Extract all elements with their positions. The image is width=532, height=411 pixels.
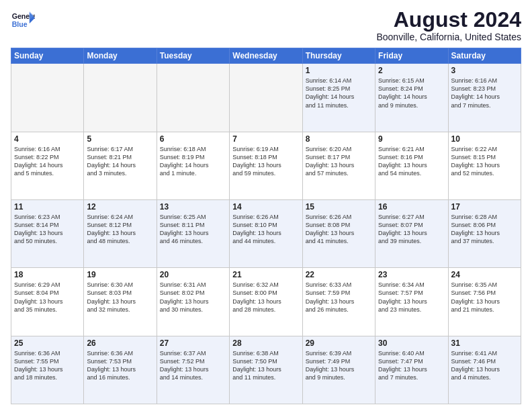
- day-info: Sunrise: 6:14 AM Sunset: 8:25 PM Dayligh…: [306, 77, 372, 109]
- day-info: Sunrise: 6:17 AM Sunset: 8:21 PM Dayligh…: [87, 145, 153, 178]
- calendar-cell: 25Sunrise: 6:36 AM Sunset: 7:55 PM Dayli…: [11, 336, 84, 404]
- day-number: 10: [451, 134, 518, 144]
- day-number: 13: [160, 202, 226, 212]
- day-number: 4: [14, 134, 81, 144]
- day-number: 18: [14, 270, 81, 279]
- col-friday: Friday: [375, 48, 448, 64]
- calendar-week-5: 25Sunrise: 6:36 AM Sunset: 7:55 PM Dayli…: [11, 336, 521, 404]
- day-number: 27: [160, 338, 226, 348]
- day-number: 25: [14, 338, 81, 348]
- calendar-cell: 7Sunrise: 6:19 AM Sunset: 8:18 PM Daylig…: [230, 132, 302, 199]
- day-number: 3: [451, 66, 518, 75]
- day-number: 15: [306, 202, 372, 212]
- day-info: Sunrise: 6:15 AM Sunset: 8:24 PM Dayligh…: [378, 77, 445, 109]
- day-info: Sunrise: 6:37 AM Sunset: 7:52 PM Dayligh…: [160, 349, 226, 382]
- day-info: Sunrise: 6:35 AM Sunset: 7:56 PM Dayligh…: [451, 281, 518, 314]
- day-info: Sunrise: 6:25 AM Sunset: 8:11 PM Dayligh…: [160, 213, 226, 246]
- calendar-cell: 2Sunrise: 6:15 AM Sunset: 8:24 PM Daylig…: [375, 64, 448, 132]
- day-number: 19: [87, 270, 153, 279]
- col-saturday: Saturday: [448, 48, 521, 64]
- day-info: Sunrise: 6:38 AM Sunset: 7:50 PM Dayligh…: [232, 349, 299, 382]
- day-number: 8: [306, 134, 372, 144]
- calendar-title: August 2024: [376, 8, 521, 32]
- calendar-cell: [11, 64, 84, 132]
- day-info: Sunrise: 6:24 AM Sunset: 8:12 PM Dayligh…: [87, 213, 153, 246]
- day-info: Sunrise: 6:33 AM Sunset: 7:59 PM Dayligh…: [306, 281, 372, 314]
- calendar-cell: 17Sunrise: 6:28 AM Sunset: 8:06 PM Dayli…: [448, 199, 521, 267]
- logo-icon: General Blue: [11, 8, 35, 32]
- calendar-cell: 24Sunrise: 6:35 AM Sunset: 7:56 PM Dayli…: [448, 268, 521, 336]
- day-info: Sunrise: 6:31 AM Sunset: 8:02 PM Dayligh…: [160, 281, 226, 314]
- day-number: 17: [451, 202, 518, 212]
- calendar-cell: 18Sunrise: 6:29 AM Sunset: 8:04 PM Dayli…: [11, 268, 84, 336]
- calendar-cell: [230, 64, 302, 132]
- calendar-cell: 21Sunrise: 6:32 AM Sunset: 8:00 PM Dayli…: [230, 268, 302, 336]
- day-info: Sunrise: 6:20 AM Sunset: 8:17 PM Dayligh…: [306, 145, 372, 178]
- day-number: 1: [306, 66, 372, 75]
- day-number: 12: [87, 202, 153, 212]
- day-info: Sunrise: 6:36 AM Sunset: 7:55 PM Dayligh…: [14, 349, 81, 382]
- col-wednesday: Wednesday: [230, 48, 302, 64]
- calendar-cell: [157, 64, 229, 132]
- calendar-week-2: 4Sunrise: 6:16 AM Sunset: 8:22 PM Daylig…: [11, 132, 521, 199]
- day-info: Sunrise: 6:16 AM Sunset: 8:23 PM Dayligh…: [451, 77, 518, 109]
- calendar-cell: 8Sunrise: 6:20 AM Sunset: 8:17 PM Daylig…: [302, 132, 375, 199]
- calendar-cell: 22Sunrise: 6:33 AM Sunset: 7:59 PM Dayli…: [302, 268, 375, 336]
- day-info: Sunrise: 6:26 AM Sunset: 8:10 PM Dayligh…: [232, 213, 299, 246]
- calendar-cell: 26Sunrise: 6:36 AM Sunset: 7:53 PM Dayli…: [84, 336, 157, 404]
- calendar-cell: 27Sunrise: 6:37 AM Sunset: 7:52 PM Dayli…: [157, 336, 229, 404]
- day-number: 5: [87, 134, 153, 144]
- day-info: Sunrise: 6:29 AM Sunset: 8:04 PM Dayligh…: [14, 281, 81, 314]
- calendar-cell: 10Sunrise: 6:22 AM Sunset: 8:15 PM Dayli…: [448, 132, 521, 199]
- col-monday: Monday: [84, 48, 157, 64]
- day-number: 7: [232, 134, 299, 144]
- day-number: 22: [306, 270, 372, 279]
- calendar-cell: 13Sunrise: 6:25 AM Sunset: 8:11 PM Dayli…: [157, 199, 229, 267]
- day-number: 16: [378, 202, 445, 212]
- calendar-cell: 29Sunrise: 6:39 AM Sunset: 7:49 PM Dayli…: [302, 336, 375, 404]
- calendar-week-1: 1Sunrise: 6:14 AM Sunset: 8:25 PM Daylig…: [11, 64, 521, 132]
- day-number: 28: [232, 338, 299, 348]
- calendar-cell: 20Sunrise: 6:31 AM Sunset: 8:02 PM Dayli…: [157, 268, 229, 336]
- calendar-cell: 3Sunrise: 6:16 AM Sunset: 8:23 PM Daylig…: [448, 64, 521, 132]
- calendar-cell: 5Sunrise: 6:17 AM Sunset: 8:21 PM Daylig…: [84, 132, 157, 199]
- svg-text:Blue: Blue: [12, 20, 28, 28]
- col-sunday: Sunday: [11, 48, 84, 64]
- day-info: Sunrise: 6:30 AM Sunset: 8:03 PM Dayligh…: [87, 281, 153, 314]
- col-tuesday: Tuesday: [157, 48, 229, 64]
- day-info: Sunrise: 6:36 AM Sunset: 7:53 PM Dayligh…: [87, 349, 153, 382]
- day-number: 9: [378, 134, 445, 144]
- day-number: 20: [160, 270, 226, 279]
- day-number: 2: [378, 66, 445, 75]
- logo: General Blue: [11, 8, 35, 32]
- calendar-cell: 16Sunrise: 6:27 AM Sunset: 8:07 PM Dayli…: [375, 199, 448, 267]
- calendar-cell: 23Sunrise: 6:34 AM Sunset: 7:57 PM Dayli…: [375, 268, 448, 336]
- day-number: 29: [306, 338, 372, 348]
- header-row: Sunday Monday Tuesday Wednesday Thursday…: [11, 48, 521, 64]
- calendar-table: Sunday Monday Tuesday Wednesday Thursday…: [11, 48, 521, 404]
- day-number: 21: [232, 270, 299, 279]
- col-thursday: Thursday: [302, 48, 375, 64]
- calendar-cell: [84, 64, 157, 132]
- calendar-cell: 6Sunrise: 6:18 AM Sunset: 8:19 PM Daylig…: [157, 132, 229, 199]
- day-info: Sunrise: 6:34 AM Sunset: 7:57 PM Dayligh…: [378, 281, 445, 314]
- day-info: Sunrise: 6:40 AM Sunset: 7:47 PM Dayligh…: [378, 349, 445, 382]
- day-info: Sunrise: 6:39 AM Sunset: 7:49 PM Dayligh…: [306, 349, 372, 382]
- day-number: 14: [232, 202, 299, 212]
- day-number: 30: [378, 338, 445, 348]
- day-info: Sunrise: 6:27 AM Sunset: 8:07 PM Dayligh…: [378, 213, 445, 246]
- calendar-cell: 1Sunrise: 6:14 AM Sunset: 8:25 PM Daylig…: [302, 64, 375, 132]
- header: General Blue August 2024 Boonville, Cali…: [11, 8, 521, 42]
- day-info: Sunrise: 6:21 AM Sunset: 8:16 PM Dayligh…: [378, 145, 445, 178]
- page: General Blue August 2024 Boonville, Cali…: [0, 0, 532, 411]
- day-info: Sunrise: 6:19 AM Sunset: 8:18 PM Dayligh…: [232, 145, 299, 178]
- calendar-week-4: 18Sunrise: 6:29 AM Sunset: 8:04 PM Dayli…: [11, 268, 521, 336]
- day-info: Sunrise: 6:41 AM Sunset: 7:46 PM Dayligh…: [451, 349, 518, 382]
- calendar-cell: 19Sunrise: 6:30 AM Sunset: 8:03 PM Dayli…: [84, 268, 157, 336]
- calendar-cell: 11Sunrise: 6:23 AM Sunset: 8:14 PM Dayli…: [11, 199, 84, 267]
- calendar-cell: 31Sunrise: 6:41 AM Sunset: 7:46 PM Dayli…: [448, 336, 521, 404]
- day-number: 6: [160, 134, 226, 144]
- day-info: Sunrise: 6:16 AM Sunset: 8:22 PM Dayligh…: [14, 145, 81, 178]
- day-info: Sunrise: 6:22 AM Sunset: 8:15 PM Dayligh…: [451, 145, 518, 178]
- day-info: Sunrise: 6:28 AM Sunset: 8:06 PM Dayligh…: [451, 213, 518, 246]
